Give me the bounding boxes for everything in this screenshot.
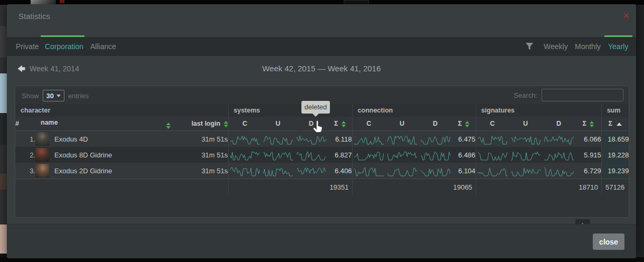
sparkline-chart bbox=[230, 150, 260, 162]
sort-both-icon bbox=[465, 121, 469, 127]
modal-footer: close bbox=[7, 224, 636, 258]
sparkline-chart bbox=[297, 166, 326, 177]
connection-sum-value: 6.486 bbox=[452, 147, 476, 163]
column-total-sum[interactable]: Σ bbox=[601, 117, 629, 131]
tab-private[interactable]: Private bbox=[16, 37, 39, 56]
avatar bbox=[35, 132, 49, 146]
sort-ascending-icon bbox=[617, 123, 622, 126]
statistics-table: character systems connection signatures … bbox=[15, 104, 629, 195]
last-login-value: 31m 51s bbox=[174, 147, 228, 163]
cursor-pointer-icon bbox=[312, 120, 324, 134]
sort-both-icon bbox=[166, 123, 171, 129]
sparkline-chart bbox=[544, 166, 574, 177]
systems-sum-value: 6.406 bbox=[328, 163, 352, 179]
sparkline-chart bbox=[511, 166, 541, 177]
column-last-login[interactable]: last login bbox=[174, 117, 228, 131]
close-x-icon[interactable]: ✕ bbox=[621, 11, 631, 21]
column-systems-c[interactable]: C bbox=[228, 117, 261, 131]
signatures-sum-value: 5.915 bbox=[575, 147, 601, 163]
sparkline-chart bbox=[387, 150, 417, 162]
sparkline-chart bbox=[230, 134, 260, 146]
column-connection-u[interactable]: U bbox=[385, 117, 419, 131]
character-name: Exodus 8D Gidrine bbox=[54, 151, 112, 159]
dropdown-arrow-icon bbox=[56, 95, 61, 97]
column-systems-sum[interactable]: Σ bbox=[328, 117, 352, 131]
tab-corporation[interactable]: Corporation bbox=[45, 37, 83, 56]
avatar bbox=[35, 148, 49, 162]
column-signatures-c[interactable]: C bbox=[476, 117, 509, 131]
period-tab-weekly[interactable]: Weekly bbox=[544, 37, 568, 56]
last-login-value: 31m 51s bbox=[174, 131, 228, 147]
tab-alliance[interactable]: Alliance bbox=[90, 37, 116, 56]
tab-bar: Private Corporation Alliance Weekly Mont… bbox=[7, 37, 636, 56]
deleted-tooltip: deleted bbox=[301, 101, 330, 114]
filter-icon[interactable] bbox=[525, 42, 534, 51]
totals-row: 19351 19065 18710 57126 bbox=[15, 179, 629, 195]
sparkline-chart bbox=[511, 134, 541, 146]
sparkline-chart bbox=[263, 150, 293, 162]
character-name: Exodus 2D Gidrine bbox=[54, 167, 112, 175]
background-fragment bbox=[60, 0, 64, 3]
sparkline-chart bbox=[230, 166, 260, 177]
signatures-sum-value: 6.066 bbox=[575, 131, 601, 147]
sparkline-chart bbox=[511, 150, 541, 162]
sparkline-chart bbox=[263, 134, 293, 146]
column-signatures-d[interactable]: D bbox=[542, 117, 575, 131]
column-rank[interactable]: # bbox=[15, 117, 35, 131]
sparkline-chart bbox=[544, 150, 574, 162]
sparkline-chart bbox=[263, 166, 293, 177]
column-signatures-sum[interactable]: Σ bbox=[575, 117, 601, 131]
grand-total: 57126 bbox=[601, 179, 629, 195]
group-sum: sum bbox=[601, 104, 629, 117]
connection-total: 19065 bbox=[352, 179, 476, 195]
sparkline-chart bbox=[354, 166, 384, 177]
modal-header: Statistics ✕ bbox=[7, 4, 636, 31]
sort-both-icon bbox=[224, 121, 228, 127]
sparkline-chart bbox=[387, 134, 417, 146]
sparkline-chart bbox=[297, 150, 326, 162]
sparkline-chart bbox=[478, 150, 507, 162]
show-label: Show bbox=[22, 92, 39, 100]
sparkline-chart bbox=[421, 150, 450, 162]
signatures-sum-value: 6.729 bbox=[575, 163, 601, 179]
column-signatures-u[interactable]: U bbox=[509, 117, 542, 131]
group-signatures: signatures bbox=[476, 104, 601, 117]
period-tab-yearly[interactable]: Yearly bbox=[608, 37, 628, 56]
sparkline-chart bbox=[387, 166, 417, 177]
column-connection-sum[interactable]: Σ bbox=[452, 117, 476, 131]
page-size-select[interactable]: 30 bbox=[43, 90, 64, 101]
column-connection-c[interactable]: C bbox=[352, 117, 385, 131]
systems-total: 19351 bbox=[228, 179, 352, 195]
total-sum-value: 19.228 bbox=[601, 147, 629, 163]
sparkline-chart bbox=[354, 150, 384, 162]
column-connection-d[interactable]: D bbox=[419, 117, 452, 131]
sparkline-chart bbox=[478, 134, 507, 146]
close-button[interactable]: close bbox=[593, 233, 624, 250]
week-range-label: Week 42, 2015 — Week 41, 2016 bbox=[7, 64, 636, 73]
sparkline-chart bbox=[544, 134, 574, 146]
total-sum-value: 19.239 bbox=[601, 163, 629, 179]
sparkline-chart bbox=[354, 134, 384, 146]
group-systems: systems bbox=[228, 104, 352, 117]
sort-both-icon bbox=[342, 121, 346, 127]
search-label: Search: bbox=[514, 91, 537, 99]
page-background: Statistics ✕ Private Corporation Allianc… bbox=[0, 0, 644, 262]
period-tab-monthly[interactable]: Monthly bbox=[575, 37, 601, 56]
group-connection: connection bbox=[352, 104, 476, 117]
group-character: character bbox=[15, 104, 228, 117]
character-name: Exodus 4D bbox=[54, 135, 88, 143]
connection-sum-value: 6.104 bbox=[452, 163, 476, 179]
table-row: 2. Exodus 8D Gidrine 31m 51s 6.827 6.486 bbox=[15, 147, 629, 163]
signatures-total: 18710 bbox=[476, 179, 601, 195]
sparkline-chart bbox=[421, 134, 450, 146]
column-systems-u[interactable]: U bbox=[261, 117, 295, 131]
sparkline-chart bbox=[297, 134, 326, 146]
column-name[interactable]: name bbox=[35, 117, 174, 131]
table-row: 3. Exodus 2D Gidrine 31m 51s 6.406 6.104 bbox=[15, 163, 629, 179]
search-input[interactable] bbox=[542, 89, 623, 101]
systems-sum-value: 6.118 bbox=[328, 131, 352, 147]
entries-label: entries bbox=[68, 92, 89, 100]
systems-sum-value: 6.827 bbox=[328, 147, 352, 163]
last-login-value: 31m 51s bbox=[174, 163, 228, 179]
background-right-strip bbox=[636, 5, 644, 257]
